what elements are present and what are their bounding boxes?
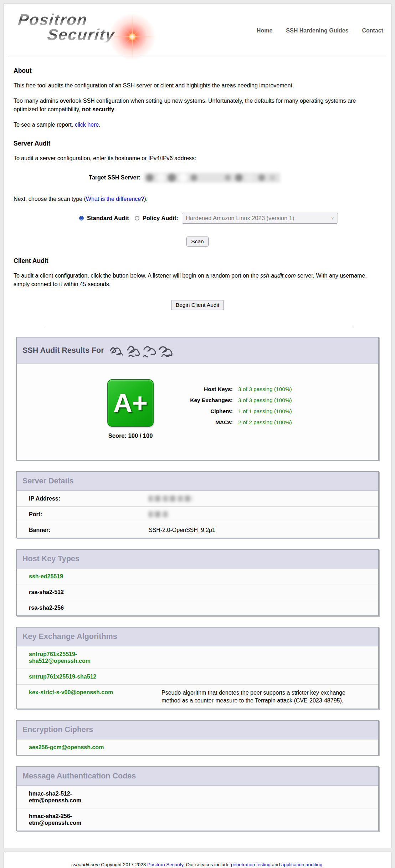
stat-macs: MACs: 2 of 2 passing (100%) [166, 417, 292, 428]
positron-security-logo[interactable]: Positron Security [12, 7, 165, 54]
stat-label: Ciphers: [166, 406, 233, 417]
main-content-box: Positron Security Home SSH Hardening Gui… [4, 4, 391, 848]
table-row: ssh-ed25519 [17, 568, 378, 584]
kex-algorithm-name: sntrup761x25519-sha512 [29, 673, 118, 680]
about-heading: About [14, 67, 381, 75]
macs-header: Message Authentication Codes [17, 767, 378, 786]
stat-host-keys: Host Keys: 3 of 3 passing (100%) [166, 384, 292, 395]
table-row: hmac-sha2-256- etm@openssh.com [17, 808, 378, 831]
stat-label: Key Exchanges: [166, 395, 233, 406]
score-label: Score: 100 / 100 [107, 432, 154, 439]
footer-text: . Our services include [183, 862, 231, 867]
begin-client-audit-button[interactable]: Begin Client Audit [171, 300, 224, 310]
redacted-hostname-scribble [109, 343, 179, 359]
host-key-name: rsa-sha2-256 [29, 604, 118, 611]
policy-audit-label: Policy Audit: [143, 215, 178, 222]
kex-algorithm-name: sntrup761x25519- sha512@openssh.com [29, 651, 118, 664]
logo-text-security: Security [47, 27, 116, 42]
host-key-name: rsa-sha2-512 [29, 589, 118, 595]
server-audit-instructions: To audit a server configuration, enter i… [14, 154, 381, 163]
footer-line-1: sshaudit.com Copyright 2017-2023 Positro… [7, 862, 388, 867]
server-details-header: Server Details [17, 472, 378, 491]
stat-value: 1 of 1 passing (100%) [238, 406, 292, 417]
encryption-ciphers-panel: Encryption Ciphers aes256-gcm@openssh.co… [16, 720, 379, 756]
footer-penetration-testing-link[interactable]: penetration testing [231, 862, 271, 867]
client-audit-text: To audit a client configuration, click t… [14, 273, 260, 279]
client-audit-heading: Client Audit [14, 257, 381, 265]
standard-audit-radio[interactable] [79, 216, 84, 220]
table-row: Banner: SSH-2.0-OpenSSH_9.2p1 [17, 522, 378, 538]
table-row: sntrup761x25519-sha512 [17, 669, 378, 684]
host-key-name: ssh-ed25519 [29, 573, 118, 580]
scan-type-line: Next, choose the scan type (What is the … [14, 195, 381, 203]
results-body: A+ Score: 100 / 100 Host Keys: 3 of 3 pa… [17, 364, 378, 460]
footer-text: and [271, 862, 281, 867]
ssh-audit-domain-italic: ssh-audit.com [260, 273, 296, 279]
scan-type-text: Next, choose the scan type ( [14, 196, 86, 202]
table-row: rsa-sha2-256 [17, 600, 378, 615]
about-paragraph-3: To see a sample report, click here. [14, 121, 381, 129]
footer-copyright-text: Copyright 2017-2023 [99, 862, 147, 867]
key-exchange-header: Key Exchange Algorithms [17, 628, 378, 646]
stat-label: Host Keys: [166, 384, 233, 395]
server-audit-heading: Server Audit [14, 140, 381, 147]
host-key-types-panel: Host Key Types ssh-ed25519 rsa-sha2-512 … [16, 549, 379, 616]
footer-application-auditing-link[interactable]: application auditing [281, 862, 323, 867]
stat-label: MACs: [166, 417, 233, 428]
nav-home[interactable]: Home [257, 27, 272, 34]
port-label: Port: [29, 511, 149, 518]
about-p2-period: . [114, 106, 116, 112]
table-row: hmac-sha2-512- etm@openssh.com [17, 786, 378, 808]
banner-label: Banner: [29, 527, 149, 533]
key-exchange-title: Key Exchange Algorithms [22, 632, 117, 641]
table-row: IP Address: [17, 491, 378, 506]
stat-ciphers: Ciphers: 1 of 1 passing (100%) [166, 406, 292, 417]
host-key-types-title: Host Key Types [22, 554, 79, 563]
table-row: Port: [17, 506, 378, 522]
about-p2-text: Too many admins overlook SSH configurati… [14, 98, 356, 112]
scan-type-options: Standard Audit Policy Audit: Hardened Am… [79, 213, 381, 224]
stat-value: 3 of 3 passing (100%) [238, 395, 292, 406]
results-stats: Host Keys: 3 of 3 passing (100%) Key Exc… [166, 379, 292, 439]
footer-positron-security-link[interactable]: Positron Security [147, 862, 183, 867]
port-redacted-value [149, 511, 169, 517]
table-row: rsa-sha2-512 [17, 584, 378, 600]
table-row: kex-strict-s-v00@openssh.com Pseudo-algo… [17, 684, 378, 709]
stat-value: 2 of 2 passing (100%) [238, 417, 292, 428]
results-title: SSH Audit Results For [22, 346, 104, 355]
target-server-input[interactable] [144, 173, 280, 183]
table-row: aes256-gcm@openssh.com [17, 739, 378, 755]
key-exchange-panel: Key Exchange Algorithms sntrup761x25519-… [16, 627, 379, 709]
encryption-ciphers-header: Encryption Ciphers [17, 721, 378, 739]
ip-address-redacted-value [149, 496, 193, 502]
footer-text: . [322, 862, 324, 867]
nav-ssh-hardening-guides[interactable]: SSH Hardening Guides [286, 27, 348, 34]
results-panel-header: SSH Audit Results For [17, 337, 378, 364]
site-footer: sshaudit.com Copyright 2017-2023 Positro… [4, 852, 391, 868]
red-starburst-icon [108, 12, 157, 61]
mac-name: hmac-sha2-256- etm@openssh.com [29, 813, 118, 826]
policy-audit-radio[interactable] [135, 216, 139, 220]
stat-value: 3 of 3 passing (100%) [238, 384, 292, 395]
section-divider [43, 326, 352, 326]
about-paragraph-2: Too many admins overlook SSH configurati… [14, 97, 381, 114]
scan-type-difference-link[interactable]: What is the difference? [86, 196, 144, 202]
banner-value: SSH-2.0-OpenSSH_9.2p1 [149, 527, 215, 533]
nav-contact[interactable]: Contact [362, 27, 383, 34]
policy-select[interactable]: Hardened Amazon Linux 2023 (version 1) ∨ [182, 213, 338, 224]
sample-report-link[interactable]: click here [75, 122, 99, 128]
site-header: Positron Security Home SSH Hardening Gui… [4, 4, 391, 56]
table-row: sntrup761x25519- sha512@openssh.com [17, 646, 378, 669]
scan-button[interactable]: Scan [186, 237, 208, 247]
scan-type-suffix: ): [144, 196, 148, 202]
ip-address-label: IP Address: [29, 495, 149, 502]
stat-key-exchanges: Key Exchanges: 3 of 3 passing (100%) [166, 395, 292, 406]
about-p2-bold: not security [82, 106, 114, 112]
logo-text-positron: Positron [17, 12, 88, 27]
cipher-name: aes256-gcm@openssh.com [29, 744, 118, 751]
sample-report-text: To see a sample report, [14, 122, 75, 128]
mac-name: hmac-sha2-512- etm@openssh.com [29, 790, 118, 804]
footer-domain: sshaudit.com [71, 862, 100, 867]
macs-title: Message Authentication Codes [22, 772, 136, 781]
sample-report-period: . [99, 122, 100, 128]
